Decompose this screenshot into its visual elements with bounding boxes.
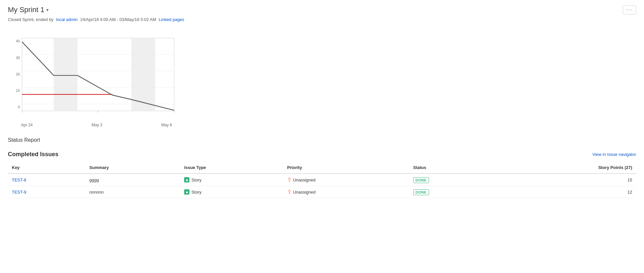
cell-issue-type: ■ Story <box>180 174 283 186</box>
more-options-button[interactable]: ··· <box>623 5 636 14</box>
admin-link[interactable]: local admin <box>56 17 78 22</box>
view-navigator-link[interactable]: View in Issue navigator <box>592 152 636 157</box>
issue-type-label: Story <box>191 190 201 195</box>
svg-text:0: 0 <box>18 105 20 109</box>
cell-issue-type: ■ Story <box>180 186 283 198</box>
page-header: My Sprint 1 ▾ ··· <box>8 5 636 14</box>
completed-issues-title: Completed Issues <box>8 151 58 158</box>
x-label-may8: May 8 <box>161 123 172 127</box>
x-label-apr24: Apr 24 <box>21 123 32 127</box>
issues-body: TEST-8 gggg ■ Story ⇧ Unassigned DONE 15… <box>8 174 636 198</box>
cell-status: DONE <box>409 186 491 198</box>
x-label-may3: May 3 <box>92 123 102 127</box>
table-row: TEST-8 gggg ■ Story ⇧ Unassigned DONE 15 <box>8 174 636 186</box>
col-issue-type: Issue Type <box>180 162 283 174</box>
cell-priority: ⇧ Unassigned <box>283 174 409 186</box>
sprint-title-text: My Sprint 1 <box>8 6 44 14</box>
col-status: Status <box>409 162 491 174</box>
svg-text:10: 10 <box>16 89 20 93</box>
chart-svg: 40 30 20 10 0 <box>8 29 185 120</box>
cell-story-points: 15 <box>491 174 636 186</box>
chart-x-labels: Apr 24 May 3 May 8 <box>8 123 185 127</box>
cell-status: DONE <box>409 174 491 186</box>
svg-text:30: 30 <box>16 56 20 60</box>
col-story-points: Story Points (27) <box>491 162 636 174</box>
status-report-title: Status Report <box>8 137 636 143</box>
svg-text:20: 20 <box>16 72 20 76</box>
linked-pages-link[interactable]: Linked pages <box>159 17 184 22</box>
issue-type-label: Story <box>191 178 201 182</box>
sprint-title: My Sprint 1 ▾ <box>8 6 49 14</box>
priority-label: Unassigned <box>293 190 316 195</box>
burndown-chart: 40 30 20 10 0 Apr 24 May 3 May 8 <box>8 29 185 127</box>
key-link[interactable]: TEST-8 <box>12 178 26 182</box>
cell-story-points: 12 <box>491 186 636 198</box>
status-badge: DONE <box>413 189 429 195</box>
priority-icon: ⇧ <box>287 177 291 182</box>
col-summary: Summary <box>85 162 180 174</box>
cell-priority: ⇧ Unassigned <box>283 186 409 198</box>
col-key: Key <box>8 162 85 174</box>
table-header: Key Summary Issue Type Priority Status S… <box>8 162 636 174</box>
issues-table: Key Summary Issue Type Priority Status S… <box>8 162 636 198</box>
priority-label: Unassigned <box>293 178 316 182</box>
key-link[interactable]: TEST-9 <box>12 190 26 195</box>
story-icon: ■ <box>184 177 189 182</box>
col-priority: Priority <box>283 162 409 174</box>
status-badge: DONE <box>413 177 429 183</box>
cell-summary: gggg <box>85 174 180 186</box>
cell-key: TEST-9 <box>8 186 85 198</box>
story-icon: ■ <box>184 189 189 195</box>
date-range: 24/Apr/18 4:00 AM - 03/May/18 5:02 AM <box>80 17 156 22</box>
cell-key: TEST-8 <box>8 174 85 186</box>
svg-rect-6 <box>54 38 77 111</box>
svg-text:40: 40 <box>16 39 20 43</box>
sprint-dropdown-arrow[interactable]: ▾ <box>46 7 49 12</box>
table-row: TEST-9 nnnnnn ■ Story ⇧ Unassigned DONE … <box>8 186 636 198</box>
cell-summary: nnnnnn <box>85 186 180 198</box>
completed-issues-header: Completed Issues View in Issue navigator <box>8 151 636 158</box>
svg-rect-7 <box>131 38 155 111</box>
sprint-subtitle: Closed Sprint, ended by local admin 24/A… <box>8 17 636 22</box>
subtitle-prefix: Closed Sprint, ended by <box>8 17 54 22</box>
priority-icon: ⇧ <box>287 189 291 195</box>
